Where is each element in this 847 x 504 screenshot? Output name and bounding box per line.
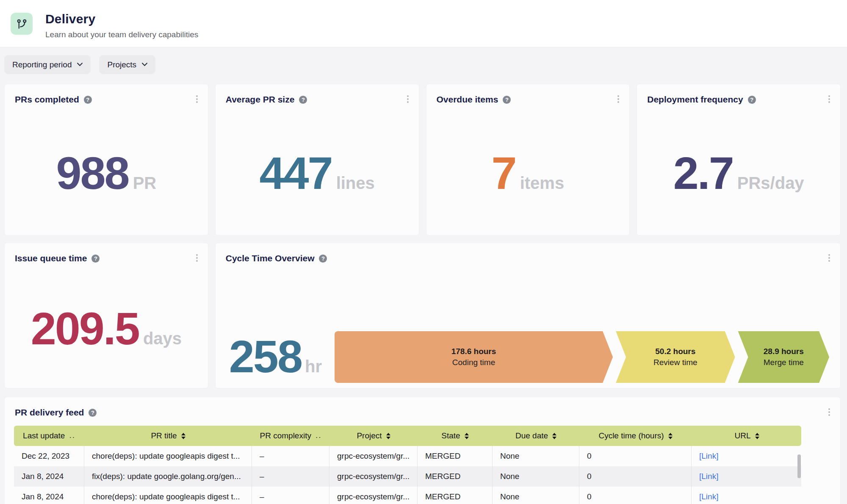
kebab-menu-icon[interactable] [194,252,199,263]
cell-state: MERGED [418,446,493,466]
column-header-url[interactable]: URL [692,426,802,446]
kpi-card-deployment-frequency: Deployment frequency ? 2.7 PRs/day [637,84,841,235]
chevron-down-icon [142,63,147,66]
cell-cycle-time: 0 [579,446,692,466]
cell-state: MERGED [418,487,493,504]
card-title: Issue queue time [15,253,87,263]
pr-url-link[interactable]: [Link] [699,492,718,501]
sort-icon [552,433,556,439]
cell-due-date: None [493,446,579,466]
card-title: PRs completed [15,94,79,105]
kebab-menu-icon[interactable] [827,94,832,105]
column-header-due-date[interactable]: Due date [493,426,579,446]
segment-label: Review time [653,358,697,367]
cell-pr-complexity: – [252,466,329,487]
segment-hours: 28.9 hours [764,347,804,356]
help-icon[interactable]: ? [319,255,327,263]
table-row[interactable]: Dec 22, 2023 chore(deps): update googlea… [14,446,801,466]
help-icon[interactable]: ? [503,96,511,104]
column-header-state[interactable]: State [418,426,493,446]
kebab-menu-icon[interactable] [405,94,410,105]
filter-bar: Reporting period Projects [0,47,847,74]
help-icon[interactable]: ? [748,96,756,104]
cell-pr-complexity: – [252,487,329,504]
card-title: Overdue items [437,94,498,105]
kpi-card-average-pr-size: Average PR size ? 447 lines [215,84,419,235]
cycle-time-value: 258 [229,334,302,379]
cell-project: grpc-ecosystem/gr... [329,466,418,487]
sort-icon [668,433,673,439]
table-body: Dec 22, 2023 chore(deps): update googlea… [14,446,801,504]
cycle-time-unit: hr [305,357,322,376]
pr-feed-table: Last update .. PR title PR complexity ..… [14,426,801,504]
cycle-segment-review-time: 50.2 hours Review time [616,331,735,383]
help-icon[interactable]: ? [84,96,92,104]
segment-label: Merge time [764,358,804,367]
column-header-pr-title[interactable]: PR title [84,426,252,446]
reporting-period-filter[interactable]: Reporting period [4,55,91,74]
help-icon[interactable]: ? [91,255,100,263]
cell-last-update: Jan 8, 2024 [14,466,84,487]
pr-url-link[interactable]: [Link] [699,451,718,461]
cycle-time-overview-card: Cycle Time Overview ? 258 hr 178.6 hours… [215,243,841,388]
app-header: Delivery Learn about your team delivery … [0,0,847,47]
metric-unit: days [143,329,182,348]
sort-icon: .. [69,431,75,439]
table-header-row: Last update .. PR title PR complexity ..… [14,426,801,446]
page-subtitle: Learn about your team delivery capabilit… [45,30,198,39]
column-header-pr-complexity[interactable]: PR complexity .. [252,426,329,446]
metric-value: 209.5 [31,306,139,352]
metric-unit: lines [336,174,375,193]
git-branch-icon [16,18,28,30]
cell-pr-title: chore(deps): update googleapis digest t.… [84,446,252,466]
cell-due-date: None [493,466,579,487]
segment-hours: 50.2 hours [655,347,695,356]
sort-icon [386,433,390,439]
cell-last-update: Dec 22, 2023 [14,446,84,466]
segment-label: Coding time [452,358,495,367]
metric-unit: items [520,174,565,193]
metric-unit: PR [133,174,157,193]
table-row[interactable]: Jan 8, 2024 fix(deps): update google.gol… [14,466,801,487]
cell-cycle-time: 0 [579,487,692,504]
cell-cycle-time: 0 [579,466,692,487]
metric-value: 2.7 [673,150,733,196]
kpi-card-overdue-items: Overdue items ? 7 items [426,84,630,235]
cycle-segment-coding-time: 178.6 hours Coding time [335,331,613,383]
pr-url-link[interactable]: [Link] [699,472,718,481]
reporting-period-label: Reporting period [12,60,72,69]
kebab-menu-icon[interactable] [827,407,832,418]
sort-icon: .. [316,431,322,439]
kebab-menu-icon[interactable] [616,94,621,105]
delivery-app-icon [11,13,33,35]
cell-state: MERGED [418,466,493,487]
scrollbar-thumb[interactable] [797,454,801,478]
segment-hours: 178.6 hours [451,347,496,356]
card-title: Cycle Time Overview [226,253,315,263]
table-row[interactable]: Jan 8, 2024 chore(deps): update googleap… [14,487,801,504]
chevron-down-icon [77,63,83,66]
projects-filter[interactable]: Projects [99,55,155,74]
kpi-card-issue-queue-time: Issue queue time ? 209.5 days [4,243,208,388]
pr-delivery-feed-card: PR delivery feed ? Last update .. PR tit… [4,397,841,504]
metric-value: 7 [492,150,516,196]
cycle-time-chevron-chart: 178.6 hours Coding time 50.2 hours Revie… [335,331,829,383]
help-icon[interactable]: ? [299,96,307,104]
sort-icon [181,433,185,439]
card-title: Average PR size [226,94,295,105]
help-icon[interactable]: ? [89,409,97,417]
kebab-menu-icon[interactable] [194,94,199,105]
column-header-project[interactable]: Project [329,426,418,446]
kebab-menu-icon[interactable] [827,252,832,263]
column-header-cycle-time[interactable]: Cycle time (hours) [579,426,692,446]
sort-icon [465,433,469,439]
metric-value: 447 [259,150,332,196]
projects-label: Projects [107,60,136,69]
kpi-card-prs-completed: PRs completed ? 988 PR [4,84,208,235]
dashboard-grid: PRs completed ? 988 PR Average PR size ?… [0,74,847,504]
card-title: Deployment frequency [647,94,743,105]
cell-pr-complexity: – [252,446,329,466]
column-header-last-update[interactable]: Last update .. [14,426,84,446]
card-title: PR delivery feed [15,407,84,418]
cell-pr-title: fix(deps): update google.golang.org/gen.… [84,466,252,487]
